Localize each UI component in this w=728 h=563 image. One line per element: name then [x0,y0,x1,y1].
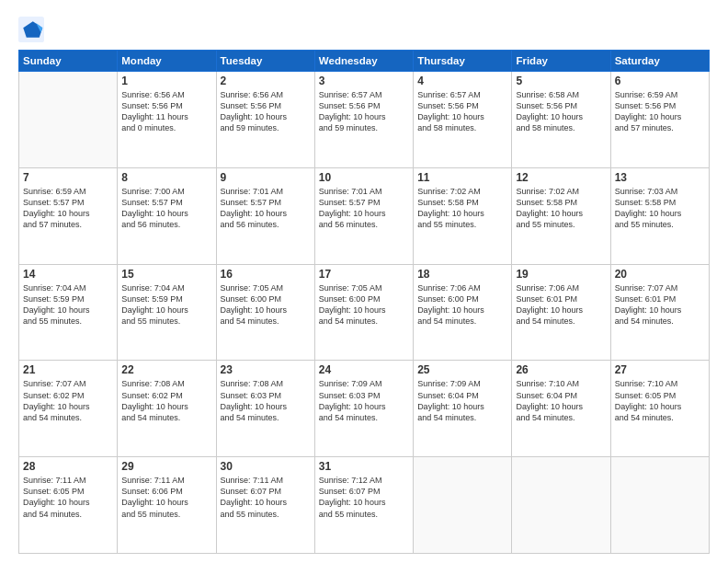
day-info: Sunrise: 6:58 AM Sunset: 5:56 PM Dayligh… [516,89,606,134]
day-number: 17 [319,268,409,281]
day-number: 11 [417,171,507,184]
day-number: 26 [516,363,606,376]
calendar-cell: 1Sunrise: 6:56 AM Sunset: 5:56 PM Daylig… [118,72,216,168]
calendar-cell: 5Sunrise: 6:58 AM Sunset: 5:56 PM Daylig… [512,72,610,168]
day-number: 13 [615,171,705,184]
calendar-cell [19,72,118,168]
calendar-cell: 21Sunrise: 7:07 AM Sunset: 6:02 PM Dayli… [19,361,118,457]
day-info: Sunrise: 7:09 AM Sunset: 6:03 PM Dayligh… [319,378,409,423]
calendar-cell: 2Sunrise: 6:56 AM Sunset: 5:56 PM Daylig… [216,72,314,168]
day-info: Sunrise: 7:08 AM Sunset: 6:03 PM Dayligh… [221,378,311,423]
calendar-cell: 29Sunrise: 7:11 AM Sunset: 6:06 PM Dayli… [118,457,216,554]
day-number: 8 [121,171,211,184]
day-info: Sunrise: 7:02 AM Sunset: 5:58 PM Dayligh… [417,186,507,231]
day-info: Sunrise: 7:06 AM Sunset: 6:01 PM Dayligh… [516,282,606,327]
day-info: Sunrise: 6:57 AM Sunset: 5:56 PM Dayligh… [417,89,507,134]
week-row-0: 1Sunrise: 6:56 AM Sunset: 5:56 PM Daylig… [19,72,710,168]
day-info: Sunrise: 6:56 AM Sunset: 5:56 PM Dayligh… [221,89,311,134]
calendar-cell: 4Sunrise: 6:57 AM Sunset: 5:56 PM Daylig… [414,72,512,168]
calendar-cell: 31Sunrise: 7:12 AM Sunset: 6:07 PM Dayli… [314,457,413,554]
calendar-cell [610,457,709,554]
day-number: 25 [417,363,507,376]
day-number: 18 [417,268,507,281]
calendar-cell: 19Sunrise: 7:06 AM Sunset: 6:01 PM Dayli… [512,264,610,361]
calendar-cell: 9Sunrise: 7:01 AM Sunset: 5:57 PM Daylig… [216,167,314,264]
logo [18,17,48,42]
calendar-cell: 13Sunrise: 7:03 AM Sunset: 5:58 PM Dayli… [610,167,709,264]
day-number: 21 [23,363,113,376]
calendar-cell: 16Sunrise: 7:05 AM Sunset: 6:00 PM Dayli… [216,264,314,361]
day-number: 19 [516,268,606,281]
calendar-cell: 23Sunrise: 7:08 AM Sunset: 6:03 PM Dayli… [216,361,314,457]
calendar-cell: 27Sunrise: 7:10 AM Sunset: 6:05 PM Dayli… [610,361,709,457]
day-number: 12 [516,171,606,184]
day-info: Sunrise: 7:01 AM Sunset: 5:57 PM Dayligh… [221,186,311,231]
day-info: Sunrise: 7:02 AM Sunset: 5:58 PM Dayligh… [516,186,606,231]
day-header-saturday: Saturday [610,51,709,72]
day-number: 23 [221,363,311,376]
day-number: 6 [615,75,705,87]
calendar-cell [414,457,512,554]
calendar-cell: 14Sunrise: 7:04 AM Sunset: 5:59 PM Dayli… [19,264,118,361]
day-number: 22 [121,363,211,376]
day-number: 24 [319,363,409,376]
day-info: Sunrise: 7:03 AM Sunset: 5:58 PM Dayligh… [615,186,705,231]
calendar-cell [512,457,610,554]
day-info: Sunrise: 7:10 AM Sunset: 6:05 PM Dayligh… [615,378,705,423]
calendar-cell: 22Sunrise: 7:08 AM Sunset: 6:02 PM Dayli… [118,361,216,457]
day-header-thursday: Thursday [414,51,512,72]
week-row-1: 7Sunrise: 6:59 AM Sunset: 5:57 PM Daylig… [19,167,710,264]
day-number: 7 [23,171,113,184]
calendar-cell: 3Sunrise: 6:57 AM Sunset: 5:56 PM Daylig… [314,72,413,168]
day-number: 5 [516,75,606,87]
day-info: Sunrise: 6:59 AM Sunset: 5:56 PM Dayligh… [615,89,705,134]
day-number: 31 [319,460,409,473]
day-number: 10 [319,171,409,184]
calendar-cell: 17Sunrise: 7:05 AM Sunset: 6:00 PM Dayli… [314,264,413,361]
week-row-3: 21Sunrise: 7:07 AM Sunset: 6:02 PM Dayli… [19,361,710,457]
calendar-cell: 26Sunrise: 7:10 AM Sunset: 6:04 PM Dayli… [512,361,610,457]
day-number: 30 [221,460,311,473]
day-info: Sunrise: 6:59 AM Sunset: 5:57 PM Dayligh… [23,186,113,231]
calendar-cell: 25Sunrise: 7:09 AM Sunset: 6:04 PM Dayli… [414,361,512,457]
day-number: 15 [121,268,211,281]
calendar-cell: 10Sunrise: 7:01 AM Sunset: 5:57 PM Dayli… [314,167,413,264]
day-number: 9 [221,171,311,184]
calendar-cell: 18Sunrise: 7:06 AM Sunset: 6:00 PM Dayli… [414,264,512,361]
day-header-friday: Friday [512,51,610,72]
day-header-monday: Monday [118,51,216,72]
day-info: Sunrise: 7:04 AM Sunset: 5:59 PM Dayligh… [23,282,113,327]
page: SundayMondayTuesdayWednesdayThursdayFrid… [0,0,728,563]
day-info: Sunrise: 7:07 AM Sunset: 6:02 PM Dayligh… [23,378,113,423]
day-info: Sunrise: 7:08 AM Sunset: 6:02 PM Dayligh… [121,378,211,423]
day-number: 20 [615,268,705,281]
calendar-header-row: SundayMondayTuesdayWednesdayThursdayFrid… [19,51,710,72]
day-number: 27 [615,363,705,376]
day-info: Sunrise: 7:11 AM Sunset: 6:07 PM Dayligh… [221,475,311,520]
day-info: Sunrise: 7:01 AM Sunset: 5:57 PM Dayligh… [319,186,409,231]
day-number: 3 [319,75,409,87]
day-info: Sunrise: 6:57 AM Sunset: 5:56 PM Dayligh… [319,89,409,134]
day-number: 28 [23,460,113,473]
calendar-cell: 12Sunrise: 7:02 AM Sunset: 5:58 PM Dayli… [512,167,610,264]
day-number: 14 [23,268,113,281]
day-number: 2 [221,75,311,87]
day-info: Sunrise: 7:06 AM Sunset: 6:00 PM Dayligh… [417,282,507,327]
day-info: Sunrise: 7:10 AM Sunset: 6:04 PM Dayligh… [516,378,606,423]
day-number: 1 [121,75,211,87]
day-info: Sunrise: 7:05 AM Sunset: 6:00 PM Dayligh… [221,282,311,327]
day-info: Sunrise: 7:04 AM Sunset: 5:59 PM Dayligh… [121,282,211,327]
calendar-cell: 6Sunrise: 6:59 AM Sunset: 5:56 PM Daylig… [610,72,709,168]
calendar-cell: 30Sunrise: 7:11 AM Sunset: 6:07 PM Dayli… [216,457,314,554]
calendar-table: SundayMondayTuesdayWednesdayThursdayFrid… [18,50,710,554]
day-info: Sunrise: 7:05 AM Sunset: 6:00 PM Dayligh… [319,282,409,327]
day-info: Sunrise: 7:09 AM Sunset: 6:04 PM Dayligh… [417,378,507,423]
calendar-cell: 8Sunrise: 7:00 AM Sunset: 5:57 PM Daylig… [118,167,216,264]
day-info: Sunrise: 7:07 AM Sunset: 6:01 PM Dayligh… [615,282,705,327]
week-row-2: 14Sunrise: 7:04 AM Sunset: 5:59 PM Dayli… [19,264,710,361]
calendar-cell: 28Sunrise: 7:11 AM Sunset: 6:05 PM Dayli… [19,457,118,554]
day-info: Sunrise: 7:11 AM Sunset: 6:06 PM Dayligh… [121,475,211,520]
day-number: 4 [417,75,507,87]
day-header-wednesday: Wednesday [314,51,413,72]
day-info: Sunrise: 7:12 AM Sunset: 6:07 PM Dayligh… [319,475,409,520]
